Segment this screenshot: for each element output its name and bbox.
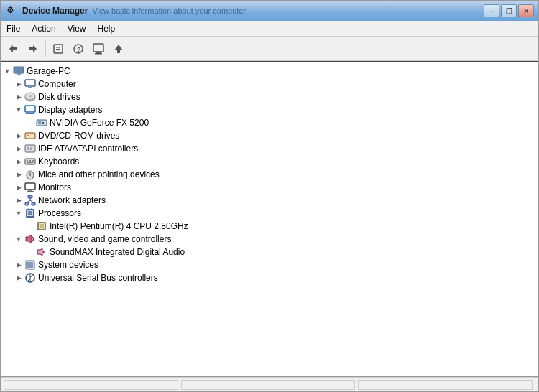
computer-icon	[13, 65, 24, 77]
disk-expander[interactable]: ▶	[13, 91, 24, 103]
update-driver-button[interactable]	[109, 39, 128, 58]
cpu-icon	[36, 220, 47, 232]
toolbar-separator-1	[45, 41, 46, 57]
nvidia-label: NVIDIA GeForce FX 5200	[50, 118, 149, 128]
list-item[interactable]: ▶ DVD/CD-ROM drives	[1, 129, 538, 142]
menu-action[interactable]: Action	[26, 22, 61, 35]
svg-rect-10	[96, 52, 101, 53]
menu-bar: File Action View Help	[1, 21, 538, 37]
dvd-label: DVD/CD-ROM drives	[38, 131, 119, 141]
system-devices-label: System devices	[38, 260, 98, 270]
status-bar	[1, 377, 538, 391]
monitors-label: Monitors	[38, 182, 71, 192]
sound-expander[interactable]: ▼	[13, 233, 24, 245]
monitor-expander[interactable]: ▶	[13, 182, 24, 193]
list-item[interactable]: ▼ Processors	[1, 207, 538, 220]
minimize-button[interactable]: ─	[484, 4, 499, 17]
svg-rect-22	[25, 106, 35, 112]
svg-rect-14	[17, 73, 21, 75]
processor-expander[interactable]: ▼	[13, 207, 24, 219]
display-adapters-icon	[24, 104, 36, 116]
dvd-expander[interactable]: ▶	[13, 130, 24, 141]
svg-rect-58	[40, 224, 44, 228]
close-button[interactable]: ✕	[518, 4, 534, 17]
svg-rect-9	[93, 44, 103, 52]
title-bar: ⚙ Device Manager View basic information …	[1, 1, 538, 21]
mouse-icon	[24, 169, 36, 180]
list-item[interactable]: ▶ IDE ATA/ATAPI controllers	[1, 142, 538, 155]
properties-button[interactable]	[49, 39, 68, 58]
app-icon: ⚙	[6, 5, 18, 17]
svg-rect-45	[28, 195, 32, 198]
list-item[interactable]: ▶ Network adapters	[1, 194, 538, 207]
list-item[interactable]: ▶ Monitors	[1, 181, 538, 194]
ide-icon	[24, 143, 36, 154]
menu-file[interactable]: File	[1, 22, 26, 35]
gpu-icon	[36, 117, 47, 129]
svg-rect-5	[56, 47, 60, 48]
disk-icon	[24, 91, 36, 103]
svg-rect-3	[29, 47, 34, 50]
list-item[interactable]: ▶ Universal Serial Bus controllers	[1, 271, 538, 284]
svg-rect-17	[28, 86, 32, 88]
svg-rect-24	[26, 113, 34, 114]
window-title: Device Manager	[22, 6, 88, 16]
display-expander[interactable]: ▼	[13, 104, 24, 116]
list-item[interactable]: ▶ Keyboards	[1, 155, 538, 168]
list-item[interactable]: ▶ Disk drives	[1, 90, 538, 103]
scan-button[interactable]	[89, 39, 108, 58]
svg-rect-46	[25, 202, 29, 205]
svg-rect-26	[38, 121, 41, 124]
computer-expander[interactable]: ▶	[13, 78, 24, 90]
processor-category-icon	[24, 207, 36, 219]
monitor-icon	[24, 182, 36, 193]
list-item[interactable]: ▶ Mice and other pointing devices	[1, 168, 538, 181]
list-item[interactable]: ▶ SoundMAX Integrated Digital Audio	[1, 246, 538, 258]
forward-button[interactable]	[24, 39, 42, 58]
restore-button[interactable]: ❐	[501, 4, 517, 17]
list-item[interactable]: ▶ System devices	[1, 258, 538, 271]
back-button[interactable]	[4, 39, 22, 58]
svg-rect-32	[27, 147, 29, 150]
sound-icon	[24, 233, 36, 245]
window-subtitle: View basic information about your comput…	[92, 6, 246, 15]
svg-rect-36	[29, 160, 31, 162]
keyboards-label: Keyboards	[38, 157, 79, 167]
list-item[interactable]: ▼ Display adapters	[1, 103, 538, 116]
tree-root[interactable]: ▼ Garage-PC	[1, 65, 538, 78]
device-tree[interactable]: ▼ Garage-PC ▶ Computer ▶	[1, 61, 538, 377]
menu-help[interactable]: Help	[92, 22, 121, 35]
keyboard-expander[interactable]: ▶	[13, 156, 24, 167]
list-item[interactable]: ▶ NVIDIA GeForce FX 5200	[1, 116, 538, 129]
svg-marker-12	[114, 45, 123, 53]
soundmax-expander-spacer: ▶	[24, 246, 36, 258]
svg-rect-11	[95, 53, 102, 55]
ide-expander[interactable]: ▶	[13, 143, 24, 154]
svg-marker-59	[26, 235, 32, 243]
system-devices-icon	[24, 259, 36, 271]
list-item[interactable]: ▶ Computer	[1, 78, 538, 90]
usb-expander[interactable]: ▶	[13, 272, 24, 284]
window-controls: ─ ❐ ✕	[484, 4, 534, 17]
list-item[interactable]: ▶ Intel(R) Pentium(R) 4 CPU 2.80GHz	[1, 220, 538, 233]
computer-label: Computer	[38, 79, 76, 89]
list-item[interactable]: ▼ Sound, video and game controllers	[1, 233, 538, 246]
help-button[interactable]: ?	[69, 39, 88, 58]
svg-rect-1	[12, 47, 17, 50]
sound-label: Sound, video and game controllers	[38, 234, 171, 244]
menu-view[interactable]: View	[62, 22, 92, 35]
dvd-icon	[24, 130, 36, 141]
svg-rect-43	[28, 190, 32, 191]
network-expander[interactable]: ▶	[13, 195, 24, 206]
processors-label: Processors	[38, 208, 81, 218]
mouse-expander[interactable]: ▶	[13, 169, 24, 180]
svg-rect-18	[27, 88, 34, 88]
root-expander[interactable]: ▼	[1, 65, 13, 77]
svg-rect-23	[27, 112, 33, 113]
svg-line-49	[27, 200, 31, 202]
svg-rect-15	[15, 75, 22, 75]
ide-label: IDE ATA/ATAPI controllers	[38, 144, 138, 154]
root-label: Garage-PC	[27, 66, 70, 76]
system-expander[interactable]: ▶	[13, 259, 24, 271]
svg-rect-42	[25, 183, 35, 190]
